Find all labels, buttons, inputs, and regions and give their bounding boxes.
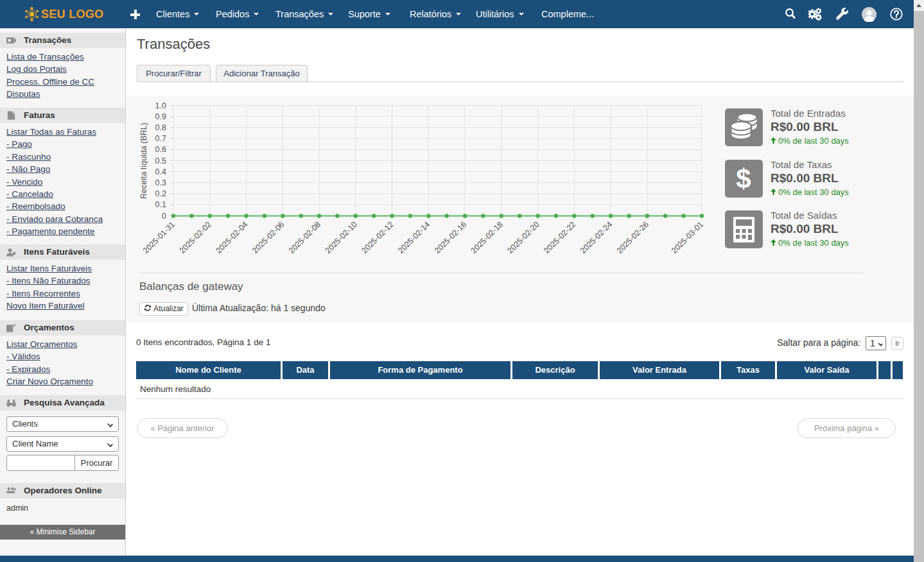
svg-text:0.7: 0.7 [155,134,166,143]
svg-text:2025-02-06: 2025-02-06 [250,220,286,255]
svg-text:2025-02-22: 2025-02-22 [542,220,577,255]
svg-text:0.2: 0.2 [155,189,166,198]
svg-text:2025-02-12: 2025-02-12 [360,220,396,255]
svg-text:2025-03-01: 2025-03-01 [670,220,705,255]
svg-text:2025-02-08: 2025-02-08 [287,220,322,255]
svg-text:2025-02-20: 2025-02-20 [506,220,541,255]
svg-text:2025-02-26: 2025-02-26 [615,220,650,255]
svg-text:0.8: 0.8 [155,123,166,132]
svg-text:0.4: 0.4 [155,167,166,176]
svg-text:$: $ [736,164,751,194]
svg-text:2025-02-04: 2025-02-04 [214,220,250,255]
svg-text:0.9: 0.9 [155,112,166,121]
svg-text:0.3: 0.3 [155,178,166,187]
svg-text:2025-01-31: 2025-01-31 [141,220,177,255]
svg-text:Receita líquida (BRL): Receita líquida (BRL) [139,123,148,199]
svg-text:0.1: 0.1 [155,200,166,209]
svg-text:2025-02-10: 2025-02-10 [324,220,359,255]
svg-text:2025-02-02: 2025-02-02 [178,220,213,255]
svg-text:0.6: 0.6 [155,145,166,154]
svg-text:2025-02-14: 2025-02-14 [396,220,431,255]
svg-text:2025-02-24: 2025-02-24 [579,220,614,255]
svg-text:0.5: 0.5 [155,157,166,166]
svg-text:2025-02-16: 2025-02-16 [433,220,468,255]
svg-text:1.0: 1.0 [155,101,166,110]
svg-text:2025-02-18: 2025-02-18 [469,220,505,255]
svg-text:0: 0 [162,212,166,221]
